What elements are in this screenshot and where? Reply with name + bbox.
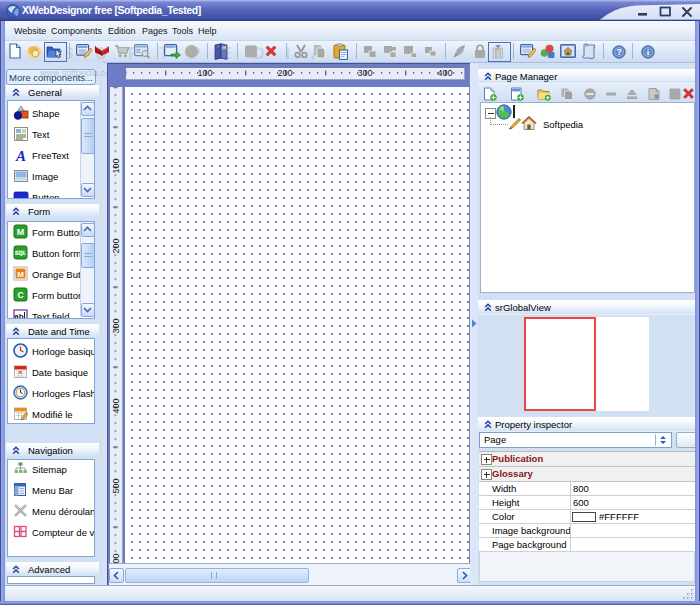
svg-text:M: M	[17, 270, 24, 279]
svg-text:C: C	[17, 290, 23, 300]
svg-text:A: A	[15, 148, 26, 164]
svg-text:500: 500	[111, 478, 121, 493]
svg-text:SQL: SQL	[15, 250, 27, 256]
svg-text:100: 100	[111, 158, 121, 173]
svg-text:300: 300	[111, 318, 121, 333]
svg-text:ab: ab	[14, 312, 23, 319]
svg-text:300: 300	[357, 68, 372, 78]
svg-text:400: 400	[111, 398, 121, 413]
svg-text:400: 400	[437, 68, 452, 78]
svg-text:200: 200	[111, 238, 121, 253]
svg-text:100: 100	[197, 68, 212, 78]
svg-text:M: M	[17, 227, 25, 237]
svg-text:?: ?	[616, 47, 621, 57]
svg-text:200: 200	[277, 68, 292, 78]
